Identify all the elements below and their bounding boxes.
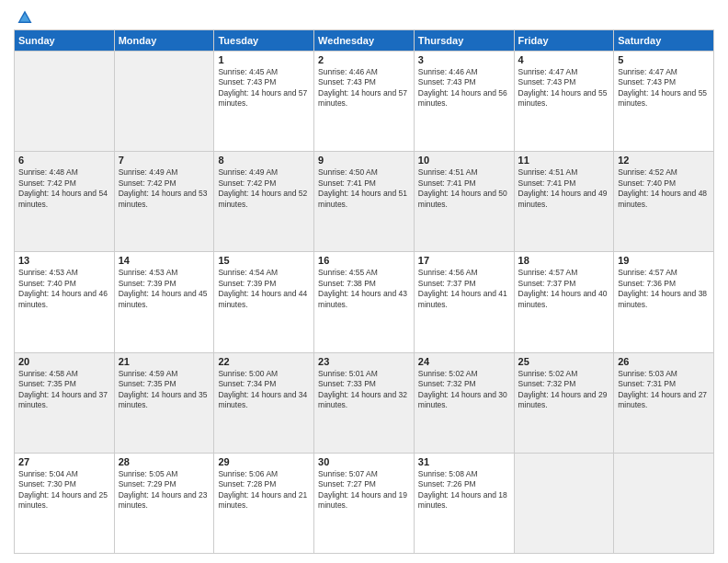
day-cell-19: 19Sunrise: 4:57 AM Sunset: 7:36 PM Dayli… <box>614 252 714 352</box>
day-info: Sunrise: 5:04 AM Sunset: 7:30 PM Dayligh… <box>18 469 110 511</box>
day-number: 20 <box>18 356 110 367</box>
day-cell-6: 6Sunrise: 4:48 AM Sunset: 7:42 PM Daylig… <box>15 152 115 252</box>
empty-cell <box>15 52 115 152</box>
empty-cell <box>614 453 714 553</box>
day-info: Sunrise: 4:49 AM Sunset: 7:42 PM Dayligh… <box>218 167 310 210</box>
logo-icon <box>17 9 33 26</box>
day-number: 27 <box>18 456 110 467</box>
day-number: 5 <box>618 54 710 65</box>
day-cell-16: 16Sunrise: 4:55 AM Sunset: 7:38 PM Dayli… <box>314 252 415 352</box>
day-cell-15: 15Sunrise: 4:54 AM Sunset: 7:39 PM Dayli… <box>214 252 314 352</box>
weekday-monday: Monday <box>114 30 214 52</box>
day-info: Sunrise: 4:50 AM Sunset: 7:41 PM Dayligh… <box>318 167 410 210</box>
week-row-3: 13Sunrise: 4:53 AM Sunset: 7:40 PM Dayli… <box>15 252 714 352</box>
day-info: Sunrise: 5:00 AM Sunset: 7:34 PM Dayligh… <box>218 369 310 411</box>
weekday-saturday: Saturday <box>614 30 714 52</box>
day-cell-31: 31Sunrise: 5:08 AM Sunset: 7:26 PM Dayli… <box>414 453 514 553</box>
week-row-1: 1Sunrise: 4:45 AM Sunset: 7:43 PM Daylig… <box>15 52 714 152</box>
day-cell-29: 29Sunrise: 5:06 AM Sunset: 7:28 PM Dayli… <box>214 453 314 553</box>
day-cell-18: 18Sunrise: 4:57 AM Sunset: 7:37 PM Dayli… <box>514 252 614 352</box>
weekday-sunday: Sunday <box>15 30 115 52</box>
day-number: 19 <box>618 255 710 266</box>
day-cell-26: 26Sunrise: 5:03 AM Sunset: 7:31 PM Dayli… <box>614 352 714 453</box>
day-cell-2: 2Sunrise: 4:46 AM Sunset: 7:43 PM Daylig… <box>314 52 415 152</box>
day-info: Sunrise: 4:53 AM Sunset: 7:40 PM Dayligh… <box>18 268 110 310</box>
day-cell-12: 12Sunrise: 4:52 AM Sunset: 7:40 PM Dayli… <box>614 152 714 252</box>
day-number: 24 <box>418 356 510 367</box>
day-cell-4: 4Sunrise: 4:47 AM Sunset: 7:43 PM Daylig… <box>514 52 614 152</box>
day-number: 6 <box>18 155 110 166</box>
day-cell-8: 8Sunrise: 4:49 AM Sunset: 7:42 PM Daylig… <box>214 152 314 252</box>
day-number: 25 <box>518 356 610 367</box>
day-info: Sunrise: 4:55 AM Sunset: 7:38 PM Dayligh… <box>318 268 410 310</box>
day-info: Sunrise: 4:56 AM Sunset: 7:37 PM Dayligh… <box>418 268 510 310</box>
week-row-2: 6Sunrise: 4:48 AM Sunset: 7:42 PM Daylig… <box>15 152 714 252</box>
day-info: Sunrise: 5:06 AM Sunset: 7:28 PM Dayligh… <box>218 469 310 511</box>
calendar-table: SundayMondayTuesdayWednesdayThursdayFrid… <box>14 29 714 554</box>
day-number: 3 <box>418 54 510 65</box>
day-number: 17 <box>418 255 510 266</box>
day-number: 4 <box>518 54 610 65</box>
day-info: Sunrise: 4:57 AM Sunset: 7:36 PM Dayligh… <box>618 268 710 310</box>
page: SundayMondayTuesdayWednesdayThursdayFrid… <box>0 0 728 563</box>
day-number: 2 <box>318 54 410 65</box>
day-number: 12 <box>618 155 710 166</box>
day-number: 23 <box>318 356 410 367</box>
day-cell-23: 23Sunrise: 5:01 AM Sunset: 7:33 PM Dayli… <box>314 352 415 453</box>
day-cell-20: 20Sunrise: 4:58 AM Sunset: 7:35 PM Dayli… <box>15 352 115 453</box>
day-info: Sunrise: 5:05 AM Sunset: 7:29 PM Dayligh… <box>119 469 210 511</box>
weekday-header-row: SundayMondayTuesdayWednesdayThursdayFrid… <box>15 30 714 52</box>
day-cell-17: 17Sunrise: 4:56 AM Sunset: 7:37 PM Dayli… <box>414 252 514 352</box>
day-cell-1: 1Sunrise: 4:45 AM Sunset: 7:43 PM Daylig… <box>214 52 314 152</box>
day-cell-3: 3Sunrise: 4:46 AM Sunset: 7:43 PM Daylig… <box>414 52 514 152</box>
day-info: Sunrise: 4:51 AM Sunset: 7:41 PM Dayligh… <box>418 167 510 210</box>
day-number: 15 <box>218 255 310 266</box>
day-info: Sunrise: 4:48 AM Sunset: 7:42 PM Dayligh… <box>18 167 110 210</box>
weekday-wednesday: Wednesday <box>314 30 415 52</box>
day-cell-25: 25Sunrise: 5:02 AM Sunset: 7:32 PM Dayli… <box>514 352 614 453</box>
day-info: Sunrise: 5:02 AM Sunset: 7:32 PM Dayligh… <box>418 369 510 411</box>
header <box>14 9 714 22</box>
day-number: 16 <box>318 255 410 266</box>
day-number: 13 <box>18 255 110 266</box>
day-info: Sunrise: 4:47 AM Sunset: 7:43 PM Dayligh… <box>518 67 610 109</box>
day-cell-14: 14Sunrise: 4:53 AM Sunset: 7:39 PM Dayli… <box>114 252 214 352</box>
day-cell-11: 11Sunrise: 4:51 AM Sunset: 7:41 PM Dayli… <box>514 152 614 252</box>
weekday-thursday: Thursday <box>414 30 514 52</box>
day-info: Sunrise: 4:47 AM Sunset: 7:43 PM Dayligh… <box>618 67 710 109</box>
day-number: 1 <box>218 54 310 65</box>
weekday-friday: Friday <box>514 30 614 52</box>
day-cell-30: 30Sunrise: 5:07 AM Sunset: 7:27 PM Dayli… <box>314 453 415 553</box>
day-cell-10: 10Sunrise: 4:51 AM Sunset: 7:41 PM Dayli… <box>414 152 514 252</box>
day-info: Sunrise: 4:46 AM Sunset: 7:43 PM Dayligh… <box>418 67 510 109</box>
day-number: 26 <box>618 356 710 367</box>
day-info: Sunrise: 4:51 AM Sunset: 7:41 PM Dayligh… <box>518 167 610 210</box>
day-info: Sunrise: 4:46 AM Sunset: 7:43 PM Dayligh… <box>318 67 410 109</box>
week-row-5: 27Sunrise: 5:04 AM Sunset: 7:30 PM Dayli… <box>15 453 714 553</box>
day-cell-21: 21Sunrise: 4:59 AM Sunset: 7:35 PM Dayli… <box>114 352 214 453</box>
day-cell-9: 9Sunrise: 4:50 AM Sunset: 7:41 PM Daylig… <box>314 152 415 252</box>
day-number: 30 <box>318 456 410 467</box>
day-info: Sunrise: 4:49 AM Sunset: 7:42 PM Dayligh… <box>119 167 210 210</box>
day-cell-5: 5Sunrise: 4:47 AM Sunset: 7:43 PM Daylig… <box>614 52 714 152</box>
day-info: Sunrise: 5:07 AM Sunset: 7:27 PM Dayligh… <box>318 469 410 511</box>
logo <box>14 9 34 22</box>
empty-cell <box>514 453 614 553</box>
day-info: Sunrise: 4:45 AM Sunset: 7:43 PM Dayligh… <box>218 67 310 109</box>
week-row-4: 20Sunrise: 4:58 AM Sunset: 7:35 PM Dayli… <box>15 352 714 453</box>
day-info: Sunrise: 4:57 AM Sunset: 7:37 PM Dayligh… <box>518 268 610 310</box>
day-number: 31 <box>418 456 510 467</box>
day-cell-7: 7Sunrise: 4:49 AM Sunset: 7:42 PM Daylig… <box>114 152 214 252</box>
day-info: Sunrise: 5:08 AM Sunset: 7:26 PM Dayligh… <box>418 469 510 511</box>
day-number: 18 <box>518 255 610 266</box>
day-info: Sunrise: 4:59 AM Sunset: 7:35 PM Dayligh… <box>119 369 210 411</box>
day-cell-24: 24Sunrise: 5:02 AM Sunset: 7:32 PM Dayli… <box>414 352 514 453</box>
day-info: Sunrise: 5:01 AM Sunset: 7:33 PM Dayligh… <box>318 369 410 411</box>
day-number: 10 <box>418 155 510 166</box>
day-number: 29 <box>218 456 310 467</box>
day-number: 21 <box>119 356 210 367</box>
day-number: 8 <box>218 155 310 166</box>
day-cell-22: 22Sunrise: 5:00 AM Sunset: 7:34 PM Dayli… <box>214 352 314 453</box>
day-info: Sunrise: 5:03 AM Sunset: 7:31 PM Dayligh… <box>618 369 710 411</box>
day-info: Sunrise: 5:02 AM Sunset: 7:32 PM Dayligh… <box>518 369 610 411</box>
